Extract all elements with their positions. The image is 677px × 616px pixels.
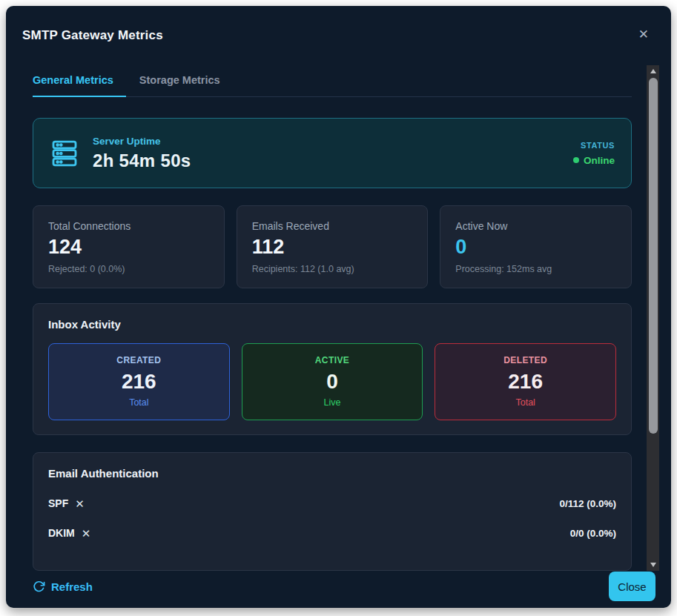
inbox-sub: Total — [443, 397, 608, 408]
stat-value: 112 — [252, 236, 413, 259]
scrollbar-thumb[interactable] — [649, 78, 658, 434]
triangle-down-icon — [650, 563, 656, 567]
status-value: Online — [573, 155, 615, 166]
stat-title: Active Now — [455, 220, 616, 232]
inbox-sub: Total — [56, 397, 222, 408]
stat-value: 124 — [48, 236, 209, 259]
refresh-button[interactable]: Refresh — [33, 580, 93, 593]
inbox-label: CREATED — [56, 355, 222, 365]
inbox-card-created: CREATED 216 Total — [48, 343, 230, 420]
auth-row-spf: SPF ✕ 0/112 (0.0%) — [48, 497, 616, 509]
inbox-value: 0 — [250, 371, 415, 392]
online-dot-icon — [573, 157, 579, 163]
inbox-activity-panel: Inbox Activity CREATED 216 Total ACTIVE … — [33, 303, 632, 435]
uptime-label: Server Uptime — [93, 136, 573, 147]
close-icon[interactable]: ✕ — [638, 28, 649, 41]
inbox-label: DELETED — [443, 355, 608, 365]
auth-name: DKIM — [48, 527, 75, 539]
stats-row: Total Connections 124 Rejected: 0 (0.0%)… — [33, 205, 632, 288]
stat-sub: Processing: 152ms avg — [455, 264, 616, 274]
server-icon — [50, 139, 79, 168]
uptime-value: 2h 54m 50s — [93, 150, 573, 171]
email-auth-panel: Email Authentication SPF ✕ 0/112 (0.0%) … — [33, 452, 632, 571]
inbox-value: 216 — [56, 371, 222, 392]
scrollbar-up-button[interactable] — [647, 65, 659, 77]
auth-value: 0/112 (0.0%) — [559, 498, 616, 509]
scroll-region: General Metrics Storage Metrics Server U… — [6, 65, 671, 571]
modal-title: SMTP Gateway Metrics — [22, 28, 163, 43]
tab-general-metrics[interactable]: General Metrics — [33, 74, 126, 97]
inbox-card-deleted: DELETED 216 Total — [435, 343, 616, 420]
triangle-up-icon — [650, 69, 656, 73]
inbox-activity-title: Inbox Activity — [48, 318, 616, 331]
inbox-sub: Live — [250, 397, 415, 408]
page-backdrop: { "modal": { "title": "SMTP Gateway Metr… — [0, 0, 677, 616]
uptime-main: Server Uptime 2h 54m 50s — [93, 136, 573, 171]
refresh-label: Refresh — [51, 580, 93, 593]
inbox-value: 216 — [443, 371, 608, 392]
refresh-icon — [33, 580, 45, 593]
tab-storage-metrics[interactable]: Storage Metrics — [139, 74, 220, 96]
stat-title: Total Connections — [48, 220, 209, 232]
uptime-status: STATUS Online — [573, 141, 615, 166]
stat-title: Emails Received — [252, 220, 413, 232]
stat-card-emails-received: Emails Received 112 Recipients: 112 (1.0… — [237, 205, 429, 288]
auth-name: SPF — [48, 497, 68, 509]
server-uptime-card: Server Uptime 2h 54m 50s STATUS Online — [33, 118, 632, 188]
auth-row-left: DKIM ✕ — [48, 527, 90, 539]
stat-card-active-now: Active Now 0 Processing: 152ms avg — [440, 205, 632, 288]
smtp-metrics-modal: SMTP Gateway Metrics ✕ General Metrics S… — [6, 6, 671, 608]
vertical-scrollbar[interactable] — [647, 65, 659, 571]
inbox-grid: CREATED 216 Total ACTIVE 0 Live DELETED … — [48, 343, 616, 420]
x-mark-icon: ✕ — [82, 528, 91, 539]
stat-sub: Rejected: 0 (0.0%) — [48, 264, 209, 274]
stat-card-total-connections: Total Connections 124 Rejected: 0 (0.0%) — [33, 205, 225, 288]
scrollbar-down-button[interactable] — [647, 559, 659, 571]
inbox-label: ACTIVE — [250, 355, 415, 365]
modal-header: SMTP Gateway Metrics ✕ — [6, 6, 671, 65]
close-button[interactable]: Close — [609, 572, 655, 601]
email-auth-title: Email Authentication — [48, 467, 616, 480]
status-online-text: Online — [584, 155, 615, 166]
stat-sub: Recipients: 112 (1.0 avg) — [252, 264, 413, 274]
auth-row-left: SPF ✕ — [48, 497, 85, 509]
stat-value: 0 — [455, 236, 616, 259]
status-label: STATUS — [573, 141, 615, 150]
auth-row-dkim: DKIM ✕ 0/0 (0.0%) — [48, 527, 616, 539]
tab-bar: General Metrics Storage Metrics — [33, 65, 632, 97]
x-mark-icon: ✕ — [75, 498, 85, 509]
inbox-card-active: ACTIVE 0 Live — [242, 343, 423, 420]
modal-footer: Refresh Close — [6, 571, 671, 608]
auth-value: 0/0 (0.0%) — [570, 528, 616, 539]
